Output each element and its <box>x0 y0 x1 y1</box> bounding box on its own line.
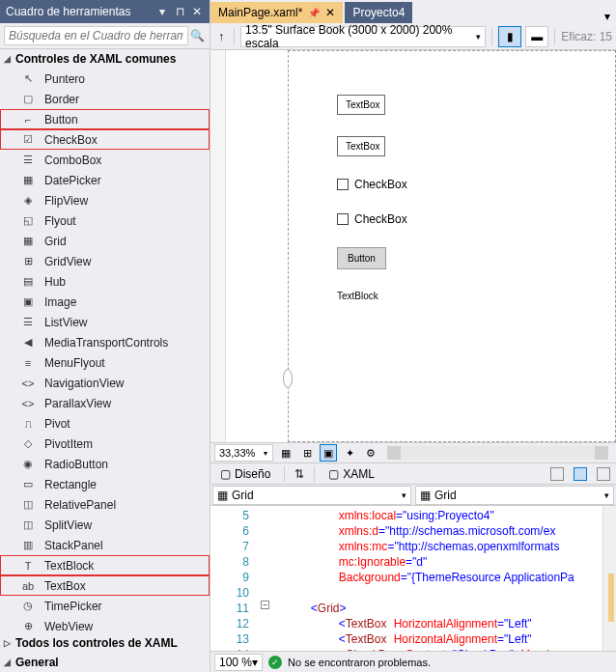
tab-design[interactable]: ▢ Diseño <box>216 465 274 483</box>
toolbox-item-stackpanel[interactable]: ▥StackPanel <box>0 535 210 555</box>
toolbox-item-pivotitem[interactable]: ◇PivotItem <box>0 434 210 454</box>
toolbox-item-grid[interactable]: ▦Grid <box>0 231 210 251</box>
line-number: 13 <box>210 631 249 647</box>
breadcrumb-right[interactable]: ▦Grid▾ <box>415 486 614 505</box>
design-checkbox[interactable]: CheckBox <box>337 212 567 226</box>
search-icon[interactable]: 🔍 <box>188 29 206 42</box>
toolbox-item-pivot[interactable]: ⎍Pivot <box>0 413 210 434</box>
category-common-xaml[interactable]: ◢ Controles de XAML comunes <box>0 49 210 69</box>
orientation-landscape[interactable]: ▬ <box>525 26 548 47</box>
tool-label: Pivot <box>44 417 70 431</box>
grid-large-icon[interactable]: ⊞ <box>298 444 316 462</box>
tool-icon: ▭ <box>19 477 37 492</box>
close-icon[interactable]: ✕ <box>190 5 204 18</box>
resize-handle-icon[interactable] <box>283 369 293 388</box>
line-number: 11 <box>210 601 249 616</box>
toolbox-item-checkbox[interactable]: ☑CheckBox <box>0 129 210 150</box>
snap-icon[interactable]: ▣ <box>320 444 337 462</box>
swap-panes-icon[interactable]: ⇅ <box>294 467 304 481</box>
horizontal-scrollbar[interactable] <box>387 446 608 460</box>
line-number: 10 <box>210 585 249 601</box>
pin-icon[interactable]: ⊓ <box>173 5 186 18</box>
toolbox-panel: Cuadro de herramientas ▾ ⊓ ✕ 🔍 ◢ Control… <box>0 0 210 672</box>
vertical-ruler <box>210 50 226 442</box>
line-number: 7 <box>210 539 249 554</box>
toolbox-item-rectangle[interactable]: ▭Rectangle <box>0 474 210 494</box>
tool-label: WebView <box>44 620 93 633</box>
tool-icon: ☑ <box>19 132 37 148</box>
nav-up-icon[interactable]: ↑ <box>214 30 228 43</box>
dropdown-icon[interactable]: ▾ <box>155 5 169 18</box>
toolbox-item-hub[interactable]: ▤Hub <box>0 271 210 292</box>
overview-ruler[interactable] <box>602 506 616 651</box>
editor-area: MainPage.xaml* 📌 ✕ Proyecto4 ▾ ↑ 13.5" S… <box>210 0 616 672</box>
toolbox-search-input[interactable] <box>4 26 188 45</box>
breadcrumb-left[interactable]: ▦Grid▾ <box>212 486 411 505</box>
effects-icon[interactable]: ⚙ <box>362 444 379 462</box>
status-ok-icon[interactable]: ✓ <box>268 656 282 669</box>
toolbox-item-button[interactable]: ⌐Button <box>0 109 210 129</box>
orientation-portrait[interactable]: ▮ <box>498 26 521 47</box>
design-canvas[interactable]: TextBox TextBox CheckBox CheckBox Button… <box>288 50 616 442</box>
tab-overflow-icon[interactable]: ▾ <box>599 10 616 23</box>
zoom-dropdown[interactable]: 33,33% ▾ <box>214 444 273 462</box>
toolbox-item-splitview[interactable]: ◫SplitView <box>0 515 210 535</box>
category-all-xaml[interactable]: ▷ Todos los controles de XAML <box>0 633 210 653</box>
toolbox-item-webview[interactable]: ⊕WebView <box>0 616 210 633</box>
line-number: 12 <box>210 616 249 631</box>
toolbox-item-listview[interactable]: ☰ListView <box>0 312 210 332</box>
grid-small-icon[interactable]: ▦ <box>277 444 294 462</box>
toolbox-item-timepicker[interactable]: ◷TimePicker <box>0 596 210 616</box>
tool-label: Rectangle <box>44 478 97 491</box>
tool-label: FlipView <box>44 194 88 208</box>
chevron-down-icon: ◢ <box>4 54 15 64</box>
chevron-down-icon: ▾ <box>252 656 258 669</box>
design-textbox[interactable]: TextBox <box>337 136 385 156</box>
toolbox-item-datepicker[interactable]: ▦DatePicker <box>0 170 210 190</box>
toolbox-item-navigationview[interactable]: <>NavigationView <box>0 373 210 393</box>
fold-toggle-icon[interactable]: − <box>261 601 269 609</box>
toolbox-item-combobox[interactable]: ☰ComboBox <box>0 150 210 170</box>
design-button[interactable]: Button <box>337 247 386 269</box>
close-icon[interactable]: ✕ <box>325 6 335 19</box>
tab-proyecto4[interactable]: Proyecto4 <box>345 2 412 23</box>
toolbox-item-radiobutton[interactable]: ◉RadioButton <box>0 454 210 474</box>
tab-label: MainPage.xaml* <box>218 6 302 19</box>
device-dropdown[interactable]: 13.5" Surface Book (3000 x 2000) 200% es… <box>240 26 486 47</box>
toolbox-item-textblock[interactable]: TTextBlock <box>0 555 210 575</box>
editor-status-bar: 100 % ▾ ✓ No se encontraron problemas. <box>210 651 616 672</box>
tool-label: ParallaxView <box>44 397 111 410</box>
toolbox-item-border[interactable]: ▢Border <box>0 89 210 109</box>
toolbox-item-flipview[interactable]: ◈FlipView <box>0 190 210 210</box>
tool-icon: ▦ <box>19 234 37 249</box>
category-general[interactable]: ◢ General <box>0 653 210 672</box>
toolbox-item-mediatransportcontrols[interactable]: ◀MediaTransportControls <box>0 332 210 352</box>
canvas-wrapper[interactable]: TextBox TextBox CheckBox CheckBox Button… <box>226 50 616 442</box>
tab-xaml[interactable]: ▢ XAML <box>324 465 378 483</box>
designer-canvas-area: TextBox TextBox CheckBox CheckBox Button… <box>210 50 616 442</box>
toolbox-item-flyout[interactable]: ◱Flyout <box>0 210 210 231</box>
collapse-pane-icon[interactable] <box>597 467 610 481</box>
tab-mainpage[interactable]: MainPage.xaml* 📌 ✕ <box>210 2 343 23</box>
zoom-status[interactable]: 100 % ▾ <box>214 654 263 671</box>
toolbox-item-gridview[interactable]: ⊞GridView <box>0 251 210 271</box>
document-tab-bar: MainPage.xaml* 📌 ✕ Proyecto4 ▾ <box>210 0 616 23</box>
toolbox-item-textbox[interactable]: abTextBox <box>0 575 210 596</box>
code-content[interactable]: xmlns:local="using:Proyecto4" xmlns:d="h… <box>255 506 602 651</box>
toolbox-item-parallaxview[interactable]: <>ParallaxView <box>0 393 210 413</box>
split-vertical-icon[interactable] <box>574 467 587 481</box>
tool-label: GridView <box>44 255 91 268</box>
split-horizontal-icon[interactable] <box>550 467 564 481</box>
xaml-code-editor[interactable]: 56789101112131415 − xmlns:local="using:P… <box>210 506 616 651</box>
guides-icon[interactable]: ✦ <box>341 444 358 462</box>
tool-label: Hub <box>44 275 66 289</box>
toolbox-item-relativepanel[interactable]: ◫RelativePanel <box>0 494 210 515</box>
toolbox-item-menuflyout[interactable]: ≡MenuFlyout <box>0 352 210 373</box>
design-textbox[interactable]: TextBox <box>337 95 385 115</box>
tool-icon: ◈ <box>19 193 37 209</box>
tool-icon: ↖ <box>19 71 37 87</box>
pin-icon[interactable]: 📌 <box>308 8 320 18</box>
toolbox-item-puntero[interactable]: ↖Puntero <box>0 69 210 89</box>
toolbox-item-image[interactable]: ▣Image <box>0 292 210 312</box>
design-checkbox[interactable]: CheckBox <box>337 178 567 191</box>
